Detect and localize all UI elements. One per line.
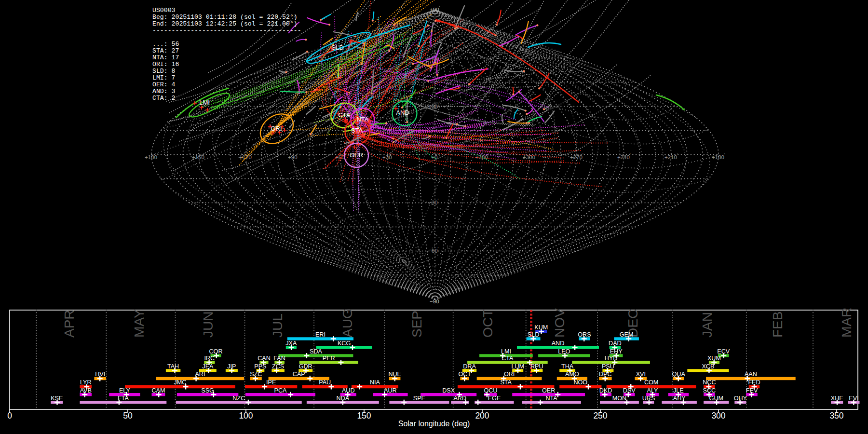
svg-text:+180˚: +180˚ xyxy=(712,153,725,160)
svg-text:ECV: ECV xyxy=(717,348,730,355)
svg-text:XHE: XHE xyxy=(831,395,843,402)
svg-text:ALY: ALY xyxy=(647,387,658,394)
svg-text:OCT: OCT xyxy=(480,309,495,338)
svg-text:CAP: CAP xyxy=(293,371,305,378)
svg-text:EHY: EHY xyxy=(610,348,623,355)
svg-text:NTA: NTA xyxy=(545,395,557,402)
svg-text:PCA: PCA xyxy=(274,387,287,394)
svg-text:SSG: SSG xyxy=(201,387,214,394)
svg-text:OER: OER xyxy=(542,387,555,394)
svg-text:PER: PER xyxy=(323,355,335,362)
svg-text:APR: APR xyxy=(62,310,77,338)
svg-text:COM: COM xyxy=(644,379,658,386)
svg-text:NTA: 17: NTA: 17 xyxy=(152,54,179,61)
svg-text:MAY: MAY xyxy=(132,309,147,338)
svg-text:LMI: LMI xyxy=(501,348,511,355)
svg-text:0: 0 xyxy=(7,411,12,420)
svg-text:ORI: ORI xyxy=(504,371,515,378)
svg-text:PAU: PAU xyxy=(319,379,331,386)
svg-text:AMO: AMO xyxy=(565,371,579,378)
svg-text:IRC: IRC xyxy=(204,355,215,362)
svg-text:...: 56: ...: 56 xyxy=(152,41,179,48)
svg-text:FEV: FEV xyxy=(746,387,758,394)
svg-text:FTA: FTA xyxy=(118,395,129,402)
svg-text:250: 250 xyxy=(593,411,607,420)
svg-text:MAR: MAR xyxy=(839,308,854,338)
svg-text:ORI: ORI xyxy=(271,125,282,132)
svg-text:JMC: JMC xyxy=(174,379,187,386)
svg-text:PPS: PPS xyxy=(254,363,266,370)
svg-text:LYR: LYR xyxy=(80,379,92,386)
svg-text:------------------------------: --------------------------------------- xyxy=(152,27,301,34)
svg-text:50: 50 xyxy=(123,411,133,420)
svg-text:FEB: FEB xyxy=(770,312,785,338)
svg-text:JEA: JEA xyxy=(202,363,214,370)
svg-text:DSX: DSX xyxy=(442,387,455,394)
svg-text:PSU: PSU xyxy=(602,363,614,370)
svg-text:Solar longitude (deg): Solar longitude (deg) xyxy=(398,420,470,428)
svg-text:150: 150 xyxy=(357,411,371,420)
svg-text:AVB: AVB xyxy=(80,387,92,394)
svg-text:CTA: 2: CTA: 2 xyxy=(152,95,175,102)
svg-text:XVI: XVI xyxy=(636,371,646,378)
svg-text:SPE: SPE xyxy=(413,395,425,402)
svg-text:GEM: GEM xyxy=(620,331,634,338)
svg-text:RPU: RPU xyxy=(530,363,543,370)
svg-text:CAM: CAM xyxy=(152,387,165,394)
svg-text:HVI: HVI xyxy=(95,371,105,378)
svg-text:DSV: DSV xyxy=(623,387,636,394)
svg-text:OER: 4: OER: 4 xyxy=(152,81,176,88)
svg-text:CAN: CAN xyxy=(258,355,271,362)
svg-text:EVI: EVI xyxy=(849,395,858,402)
svg-text:THA: THA xyxy=(561,363,574,370)
svg-text:NZC: NZC xyxy=(232,395,245,402)
svg-text:ORI: 16: ORI: 16 xyxy=(152,61,179,68)
svg-text:AUG: AUG xyxy=(340,308,355,338)
svg-text:JUN: JUN xyxy=(201,312,216,338)
svg-text:SEP: SEP xyxy=(409,311,424,338)
svg-text:XCB: XCB xyxy=(702,363,714,370)
svg-text:SLD: SLD xyxy=(528,331,540,338)
svg-text:−90˚: −90˚ xyxy=(430,298,440,304)
svg-text:TAH: TAH xyxy=(167,363,179,370)
svg-text:IPE: IPE xyxy=(266,379,276,386)
svg-text:QUA: QUA xyxy=(672,371,686,378)
svg-text:OHY: OHY xyxy=(734,395,747,402)
svg-text:LEO: LEO xyxy=(558,348,570,355)
svg-text:COR: COR xyxy=(209,348,223,355)
svg-text:DKD: DKD xyxy=(599,387,612,394)
svg-text:DAD: DAD xyxy=(609,340,622,347)
svg-text:+210˚: +210˚ xyxy=(665,153,678,160)
svg-text:AND: AND xyxy=(552,340,565,347)
svg-text:+330˚: +330˚ xyxy=(475,153,489,160)
svg-text:+90˚: +90˚ xyxy=(288,153,298,160)
svg-text:AAN: AAN xyxy=(745,371,757,378)
svg-text:SZC: SZC xyxy=(250,371,262,378)
svg-text:AND: 3: AND: 3 xyxy=(152,88,176,95)
svg-text:URS: URS xyxy=(642,395,655,402)
svg-text:KUM: KUM xyxy=(534,324,548,331)
svg-text:DPC: DPC xyxy=(599,371,612,378)
svg-text:GDR: GDR xyxy=(299,363,312,370)
svg-text:NCC: NCC xyxy=(703,379,716,386)
svg-text:Beg: 20251103 01:11:28 (sol =: Beg: 20251103 01:11:28 (sol = 220.52°) xyxy=(152,14,298,21)
svg-text:LUM: LUM xyxy=(511,363,524,370)
svg-text:DRA: DRA xyxy=(463,363,476,370)
svg-text:LMI: 7: LMI: 7 xyxy=(152,74,175,81)
svg-text:ARD: ARD xyxy=(453,395,466,402)
svg-text:XUM: XUM xyxy=(707,355,721,362)
svg-text:−30˚: −30˚ xyxy=(428,199,439,205)
svg-text:ORS: ORS xyxy=(578,331,591,338)
svg-text:+270˚: +270˚ xyxy=(570,153,583,160)
svg-text:OCT: OCT xyxy=(458,371,471,378)
svg-text:AND: AND xyxy=(396,109,409,116)
svg-text:End: 20251103 12:42:25 (sol =: End: 20251103 12:42:25 (sol = 221.00°) xyxy=(152,20,298,27)
svg-text:CTA: CTA xyxy=(502,355,514,362)
svg-text:ELY: ELY xyxy=(119,387,130,394)
svg-text:+180˚: +180˚ xyxy=(145,153,158,160)
svg-text:ARI: ARI xyxy=(195,371,205,378)
svg-text:LMI: LMI xyxy=(199,99,210,106)
svg-text:SLD: 8: SLD: 8 xyxy=(152,68,176,75)
svg-text:NUE: NUE xyxy=(388,371,401,378)
svg-text:−60˚: −60˚ xyxy=(428,247,439,254)
